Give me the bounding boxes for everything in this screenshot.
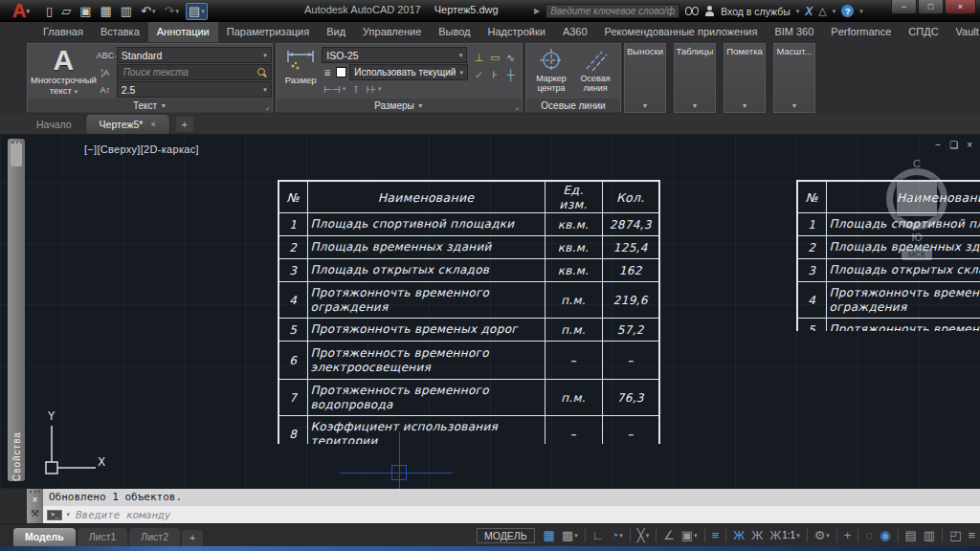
object-snap-button[interactable]: ▣▾ bbox=[679, 527, 700, 544]
ribbon-tab-featured-apps[interactable]: Рекомендованные приложения bbox=[596, 22, 767, 42]
dimension-button[interactable]: Размер bbox=[279, 46, 322, 97]
layout-tab-model[interactable]: Модель bbox=[13, 528, 76, 546]
close-tab-icon[interactable]: × bbox=[150, 115, 155, 134]
ribbon-tab-insert[interactable]: Вставка bbox=[92, 22, 148, 42]
drawing-area[interactable]: Свойства [−][Сверху][2D-каркас] − ❏ × С … bbox=[0, 135, 980, 489]
ribbon-tab-vault[interactable]: Vault bbox=[947, 22, 980, 42]
panel-tables[interactable]: Таблицы▾ bbox=[674, 43, 716, 113]
commandline-grip[interactable]: × ⚒ bbox=[27, 489, 43, 523]
center-marker-button[interactable]: Маркер центра bbox=[529, 46, 573, 97]
command-prompt-icon[interactable]: >_ bbox=[47, 510, 62, 520]
chevron-down-icon[interactable]: ▾ bbox=[66, 511, 70, 518]
chevron-down-icon[interactable]: ▾ bbox=[796, 8, 800, 15]
text-height-icon[interactable]: A↕ bbox=[97, 85, 114, 95]
panel-markup[interactable]: Пометка▾ bbox=[724, 43, 766, 113]
new-layout-button[interactable]: + bbox=[182, 530, 203, 546]
workspace-switch-button[interactable]: ▤▾ bbox=[186, 3, 208, 20]
panel-text-label[interactable]: Текст▼⌟ bbox=[28, 99, 272, 112]
text-style-combo[interactable]: Standard▾ bbox=[117, 47, 272, 63]
viewport-restore-icon[interactable]: ❏ bbox=[949, 140, 958, 150]
save-button[interactable]: ▣ bbox=[78, 3, 93, 20]
exchange-apps-icon[interactable]: X bbox=[805, 5, 813, 18]
search-text-icon[interactable] bbox=[257, 68, 267, 77]
object-snap-tracking-button[interactable]: ∠ bbox=[661, 527, 677, 544]
undo-button[interactable]: ↶▾ bbox=[139, 3, 157, 20]
ribbon-tab-spds[interactable]: СПДС bbox=[900, 22, 947, 42]
a360-icon[interactable]: △ bbox=[818, 5, 826, 17]
dim-continue-button[interactable]: ⊦⊦▾ bbox=[367, 84, 382, 95]
mtext-button[interactable]: A Многострочный текст ▾ bbox=[31, 46, 97, 97]
panel-launcher-icon[interactable]: ⌟ bbox=[515, 102, 519, 111]
ribbon-tab-output[interactable]: Вывод bbox=[430, 22, 479, 42]
save-as-button[interactable]: ▦ bbox=[98, 3, 113, 20]
status-menu-button[interactable]: ≡ bbox=[966, 527, 977, 544]
isolate-objects-button[interactable]: ◌ bbox=[863, 527, 875, 544]
command-input-field[interactable] bbox=[74, 508, 980, 522]
fullscreen-button[interactable]: ◰ bbox=[947, 527, 963, 544]
ribbon-tab-view[interactable]: Вид bbox=[318, 22, 354, 42]
hardware-acceleration-button[interactable]: ◉ bbox=[878, 527, 892, 544]
command-input-row[interactable]: >_ ▾ bbox=[43, 506, 980, 523]
ribbon-tab-performance[interactable]: Performance bbox=[822, 22, 900, 42]
close-button[interactable]: × bbox=[945, 0, 976, 14]
annotation-visibility-button[interactable]: Ж bbox=[731, 527, 746, 544]
chevron-down-icon[interactable]: ▾ bbox=[859, 8, 863, 15]
new-drawing-tab-button[interactable]: + bbox=[176, 117, 193, 132]
dim-text-angle-button[interactable]: ▭ bbox=[490, 52, 500, 64]
file-tab-drawing5[interactable]: Чертеж5*× bbox=[86, 115, 170, 134]
palette-grip[interactable] bbox=[11, 142, 22, 166]
annotation-autoscale-button[interactable]: Ж bbox=[749, 527, 765, 544]
dim-style-combo[interactable]: ISO-25▾ bbox=[322, 47, 467, 63]
ribbon-tab-bim360[interactable]: BIM 360 bbox=[766, 22, 822, 42]
file-tab-start[interactable]: Начало bbox=[23, 115, 86, 134]
commandline-customize-icon[interactable]: ⚒ bbox=[31, 508, 39, 518]
panel-dimensions-label[interactable]: Размеры▼⌟ bbox=[277, 99, 522, 112]
maximize-button[interactable]: □ bbox=[918, 0, 944, 14]
search-expand-icon[interactable]: ▶ bbox=[534, 7, 540, 15]
ribbon-tab-manage[interactable]: Управление bbox=[354, 22, 430, 42]
ribbon-tab-annotate[interactable]: Аннотации bbox=[148, 22, 218, 42]
panel-launcher-icon[interactable]: ⌟ bbox=[265, 102, 269, 111]
viewport-close-icon[interactable]: × bbox=[967, 140, 972, 150]
panel-scale[interactable]: Масшт...▾ bbox=[773, 43, 815, 113]
text-justify-icon[interactable]: ¦A bbox=[97, 68, 114, 77]
dim-update-button[interactable]: ⊥ bbox=[475, 52, 484, 64]
viewport-controls[interactable]: [−][Сверху][2D-каркас] bbox=[84, 143, 199, 155]
help-search-input[interactable] bbox=[546, 4, 679, 18]
layout-tab-layout1[interactable]: Лист1 bbox=[78, 528, 128, 546]
dim-break-button[interactable]: ┼ bbox=[507, 69, 515, 80]
grid-button[interactable]: ▦ bbox=[542, 527, 557, 544]
centerline-button[interactable]: Осевая линия bbox=[573, 46, 617, 97]
signin-label[interactable]: Вход в службы bbox=[721, 6, 791, 17]
help-icon[interactable]: ? bbox=[841, 5, 854, 17]
viewport-minimize-icon[interactable]: − bbox=[935, 140, 941, 150]
lineweight-button[interactable]: ≡ bbox=[710, 527, 722, 544]
layout-tab-layout2[interactable]: Лист2 bbox=[129, 528, 180, 546]
estimate-table-copy[interactable]: №НаименованиеЕд. изм.Кол.1Площадь спорти… bbox=[796, 180, 980, 331]
plot-status-button[interactable]: ▥ bbox=[922, 527, 937, 544]
ribbon-tab-a360[interactable]: A360 bbox=[554, 22, 596, 42]
commandline-close-icon[interactable]: × bbox=[33, 495, 38, 505]
application-menu-button[interactable]: A▾ bbox=[4, 1, 38, 21]
find-text-field[interactable] bbox=[117, 64, 272, 80]
ortho-button[interactable]: ∟ bbox=[590, 527, 607, 544]
dim-linear-button[interactable]: ⊢⊣▾ bbox=[323, 84, 345, 95]
dim-space-button[interactable]: ⊦ bbox=[492, 69, 498, 81]
isoplane-button[interactable]: ╳▾ bbox=[635, 527, 651, 544]
open-folder-button[interactable]: ▱ bbox=[59, 3, 73, 20]
spellcheck-icon[interactable]: ABC✓ bbox=[97, 51, 114, 60]
properties-palette-bar[interactable]: Свойства bbox=[8, 139, 25, 481]
snap-button[interactable]: ▩▾ bbox=[560, 527, 580, 544]
text-height-combo[interactable]: 2.5▾ bbox=[117, 81, 272, 98]
ribbon-tab-home[interactable]: Главная bbox=[34, 22, 92, 42]
ribbon-tab-parametric[interactable]: Параметризация bbox=[218, 22, 318, 42]
clean-screen-button[interactable]: ▤ bbox=[903, 527, 919, 544]
polar-tracking-button[interactable]: ◔▾ bbox=[609, 527, 624, 544]
model-space-button[interactable]: МОДЕЛЬ bbox=[477, 528, 535, 543]
search-binoculars-icon[interactable] bbox=[685, 7, 699, 15]
redo-button[interactable]: ↷▾ bbox=[162, 3, 180, 20]
new-file-button[interactable]: ▯ bbox=[44, 3, 55, 20]
dim-jog-line-button[interactable]: ∿ bbox=[506, 52, 515, 64]
dim-override-button[interactable]: ✓ bbox=[475, 69, 483, 81]
workspace-gear-button[interactable]: ⚙▾ bbox=[813, 527, 832, 544]
